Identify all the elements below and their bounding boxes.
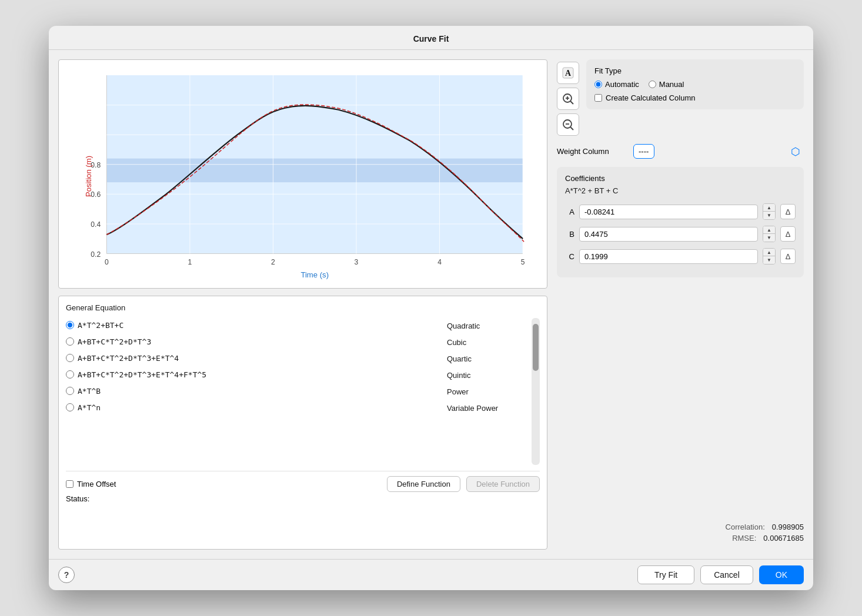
svg-text:0: 0 <box>105 258 109 266</box>
cancel-button[interactable]: Cancel <box>700 565 753 584</box>
equation-formula-quadratic: A*T^2+BT+C <box>78 321 123 330</box>
coefficients-equation: A*T^2 + BT + C <box>565 186 796 195</box>
coeff-stepper-b-up[interactable]: ▲ <box>763 226 775 234</box>
coeff-stepper-a-down[interactable]: ▼ <box>763 212 775 219</box>
delete-function-button[interactable]: Delete Function <box>466 476 540 492</box>
coeff-input-c[interactable] <box>579 249 758 264</box>
eq-name-varpower: Variable Power <box>447 401 529 416</box>
help-button[interactable]: ? <box>58 567 75 583</box>
eq-name-quadratic: Quadratic <box>447 319 529 333</box>
coeff-input-a[interactable] <box>579 205 758 219</box>
scrollbar-thumb <box>533 324 539 371</box>
equation-option-quadratic[interactable]: A*T^2+BT+C <box>66 318 442 332</box>
coeff-delta-a[interactable]: Δ <box>780 204 796 219</box>
equation-option-cubic[interactable]: A+BT+C*T^2+D*T^3 <box>66 334 442 349</box>
create-col-checkbox-line[interactable]: Create Calculated Column <box>594 93 796 102</box>
eq-name-power: Power <box>447 385 529 399</box>
coeff-row-b: B ▲ ▼ Δ <box>565 226 796 242</box>
weight-row: Weight Column ---- <box>557 142 804 161</box>
fit-type-manual-radio[interactable] <box>649 81 656 88</box>
right-panel: A <box>557 59 804 550</box>
create-col-label: Create Calculated Column <box>606 93 695 102</box>
equation-scrollbar[interactable] <box>532 318 540 465</box>
equation-box: General Equation A*T^2+BT+C A+BT+C*T^2+D… <box>58 296 547 550</box>
equation-formula-cubic: A+BT+C*T^2+D*T^3 <box>78 337 151 346</box>
equation-radio-varpower[interactable] <box>66 403 74 411</box>
equation-option-power[interactable]: A*T^B <box>66 384 442 398</box>
ok-button[interactable]: OK <box>759 565 804 584</box>
coeff-row-a: A ▲ ▼ Δ <box>565 203 796 220</box>
create-col-checkbox[interactable] <box>594 94 602 102</box>
correlation-label: Correlation: <box>726 523 765 531</box>
coeff-row-c: C ▲ ▼ Δ <box>565 248 796 265</box>
svg-line-31 <box>570 101 573 104</box>
weight-column-select[interactable]: ---- <box>633 144 654 159</box>
coeff-stepper-a-up[interactable]: ▲ <box>763 204 775 212</box>
zoom-out-button[interactable] <box>557 113 579 136</box>
equation-radio-power[interactable] <box>66 387 74 395</box>
equation-option-quartic[interactable]: A+BT+C*T^2+D*T^3+E*T^4 <box>66 351 442 365</box>
fit-type-automatic[interactable]: Automatic <box>594 80 639 89</box>
eq-name-cubic: Cubic <box>447 336 529 350</box>
svg-text:Time (s): Time (s) <box>300 270 329 279</box>
equation-radio-quadratic[interactable] <box>66 321 74 329</box>
equation-names-list: Quadratic Cubic Quartic Quintic Power Va… <box>447 318 529 465</box>
fit-type-manual-label: Manual <box>659 80 684 89</box>
equation-formula-power: A*T^B <box>78 387 101 396</box>
coefficients-box: Coefficients A*T^2 + BT + C A ▲ ▼ Δ B <box>557 167 804 277</box>
eq-name-quartic: Quartic <box>447 352 529 366</box>
weight-select-wrapper: ---- <box>633 144 804 159</box>
coeff-stepper-c: ▲ ▼ <box>763 248 776 265</box>
zoom-in-button[interactable] <box>557 88 579 110</box>
equation-radio-quintic[interactable] <box>66 370 74 379</box>
fit-type-automatic-label: Automatic <box>605 80 639 89</box>
coeff-stepper-b: ▲ ▼ <box>763 226 776 242</box>
equation-formula-varpower: A*T^n <box>78 403 101 412</box>
icon-column: A <box>557 62 579 136</box>
chart-svg: 0.2 0.4 0.6 0.8 Position (m) 0 1 2 3 4 5… <box>68 69 537 283</box>
define-function-button[interactable]: Define Function <box>387 476 460 492</box>
svg-text:2: 2 <box>271 258 275 266</box>
svg-line-34 <box>570 127 573 130</box>
svg-text:5: 5 <box>521 258 525 266</box>
rmse-row: RMSE: 0.00671685 <box>557 534 804 543</box>
coeff-stepper-c-up[interactable]: ▲ <box>763 249 775 256</box>
coefficients-title: Coefficients <box>565 174 796 183</box>
status-label: Status: <box>66 494 89 503</box>
coeff-stepper-c-down[interactable]: ▼ <box>763 256 775 264</box>
svg-text:0.4: 0.4 <box>91 220 101 229</box>
equation-option-varpower[interactable]: A*T^n <box>66 400 442 414</box>
equation-radio-quartic[interactable] <box>66 354 74 362</box>
equation-list: A*T^2+BT+C A+BT+C*T^2+D*T^3 A+BT+C*T^2+D… <box>66 318 540 465</box>
coeff-delta-b[interactable]: Δ <box>780 226 796 242</box>
equation-footer-buttons: Define Function Delete Function <box>387 476 540 492</box>
coeff-input-b[interactable] <box>579 227 758 242</box>
chart-container: 0.2 0.4 0.6 0.8 Position (m) 0 1 2 3 4 5… <box>58 59 547 289</box>
eq-name-quintic: Quintic <box>447 369 529 383</box>
equation-footer: Time Offset Define Function Delete Funct… <box>66 471 540 492</box>
bottom-row: ? Try Fit Cancel OK <box>49 559 813 590</box>
font-icon-button[interactable]: A <box>557 62 579 84</box>
try-fit-button[interactable]: Try Fit <box>637 565 694 584</box>
correlation-value: 0.998905 <box>772 523 804 531</box>
equation-box-title: General Equation <box>66 303 540 312</box>
time-offset-checkbox[interactable] <box>66 480 73 488</box>
equation-option-quintic[interactable]: A+BT+C*T^2+D*T^3+E*T^4+F*T^5 <box>66 367 442 381</box>
coeff-delta-c[interactable]: Δ <box>780 249 796 264</box>
fit-type-automatic-radio[interactable] <box>594 81 602 88</box>
fit-type-box: Fit Type Automatic Manual Create <box>586 59 804 109</box>
equation-radio-cubic[interactable] <box>66 337 74 346</box>
left-panel: 0.2 0.4 0.6 0.8 Position (m) 0 1 2 3 4 5… <box>58 59 547 550</box>
status-row: Status: <box>66 492 540 505</box>
correlation-row: Correlation: 0.998905 <box>557 523 804 531</box>
svg-text:0.2: 0.2 <box>91 250 101 259</box>
equation-formula-quintic: A+BT+C*T^2+D*T^3+E*T^4+F*T^5 <box>78 370 206 379</box>
fit-type-manual[interactable]: Manual <box>649 80 684 89</box>
coeff-label-b: B <box>565 230 574 239</box>
right-spacer <box>557 283 804 512</box>
fit-type-radio-line: Automatic Manual <box>594 80 796 89</box>
stats-box: Correlation: 0.998905 RMSE: 0.00671685 <box>557 518 804 550</box>
svg-text:Position (m): Position (m) <box>84 156 93 197</box>
coeff-stepper-b-down[interactable]: ▼ <box>763 234 775 242</box>
coeff-stepper-a: ▲ ▼ <box>763 203 776 220</box>
